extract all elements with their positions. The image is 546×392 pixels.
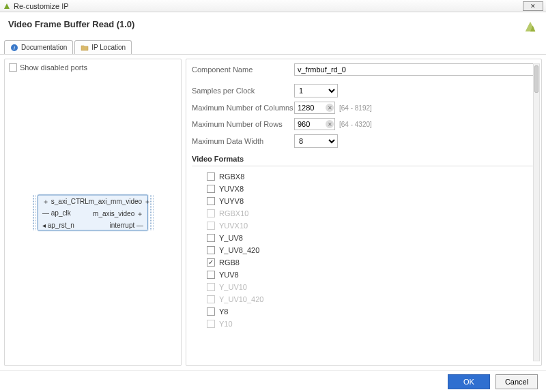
video-format-checkbox[interactable] [207,307,215,316]
video-format-label: RGBX10 [219,209,248,217]
tab-bar: i Documentation IP Location [0,40,546,55]
tab-ip-location-label: IP Location [91,44,126,51]
max-rows-range: [64 - 4320] [339,121,372,128]
content-area: Show disabled ports ＋ s_axi_CTRLm_axi_mm… [0,55,546,370]
video-format-checkbox[interactable] [207,258,215,267]
tab-documentation-label: Documentation [21,44,67,51]
scrollbar[interactable] [533,63,540,361]
video-format-item: Y10 [192,318,530,330]
ip-right-pins [149,194,154,230]
video-format-item: YUVX10 [192,220,530,232]
video-format-item[interactable]: Y_UV8 [192,232,530,244]
ok-button[interactable]: OK [448,374,490,389]
clear-icon[interactable]: ✕ [326,104,334,112]
svg-marker-0 [4,3,10,9]
video-format-checkbox [207,295,215,303]
show-disabled-ports-label: Show disabled ports [20,63,87,72]
ip-block-wrap: ＋ s_axi_CTRLm_axi_mm_video ＋ — ap_clkm_a… [38,194,148,230]
show-disabled-ports-checkbox[interactable] [9,63,17,72]
footer: OK Cancel [0,370,546,392]
max-data-width-label: Maximum Data Width [192,137,294,145]
max-columns-label: Maximum Number of Columns [192,104,294,112]
component-name-input[interactable] [294,63,536,76]
window-title: Re-customize IP [14,2,69,10]
brand-logo-icon [523,19,538,35]
video-format-checkbox[interactable] [207,246,215,254]
max-rows-label: Maximum Number of Rows [192,120,294,128]
cancel-button[interactable]: Cancel [495,374,538,389]
video-format-label: Y10 [219,320,233,328]
samples-per-clock-label: Samples per Clock [192,87,294,95]
header: Video Frame Buffer Read (1.0) [0,12,546,40]
video-format-checkbox [207,222,215,230]
video-formats-title: Video Formats [192,155,536,163]
folder-icon [81,44,89,52]
video-format-label: YUYV8 [219,197,244,205]
divider [192,166,536,166]
max-columns-range: [64 - 8192] [339,104,372,112]
video-format-label: Y_UV10 [219,283,247,291]
max-data-width-select[interactable]: 8 [294,134,338,148]
video-format-label: RGBX8 [219,172,244,181]
video-format-checkbox[interactable] [207,197,215,205]
video-format-label: YUV8 [219,271,239,279]
video-format-item[interactable]: Y8 [192,305,530,318]
video-format-checkbox[interactable] [207,185,215,193]
video-format-label: YUVX8 [219,185,244,193]
tab-documentation[interactable]: i Documentation [4,40,73,54]
tab-ip-location[interactable]: IP Location [74,40,132,54]
clear-icon[interactable]: ✕ [326,120,334,128]
video-formats-list: RGBX8YUVX8YUYV8RGBX10YUVX10Y_UV8Y_UV8_42… [192,170,536,361]
titlebar: Re-customize IP ✕ [0,0,546,12]
video-format-item: Y_UV10_420 [192,293,530,305]
video-format-checkbox[interactable] [207,172,215,181]
video-format-checkbox [207,320,215,328]
video-format-item[interactable]: YUV8 [192,269,530,281]
video-format-label: Y_UV8_420 [219,246,259,254]
config-panel: Component Name Samples per Clock 1 Maxim… [186,59,542,366]
window-close-button[interactable]: ✕ [523,1,543,11]
video-format-item[interactable]: YUVX8 [192,183,530,195]
video-format-label: YUVX10 [219,222,248,230]
info-icon: i [10,44,18,52]
samples-per-clock-select[interactable]: 1 [294,84,338,97]
app-icon [3,2,11,10]
video-format-checkbox [207,209,215,217]
video-format-label: Y_UV8 [219,234,243,242]
video-format-checkbox [207,283,215,291]
page-title: Video Frame Buffer Read (1.0) [8,19,134,29]
scrollbar-thumb[interactable] [534,65,538,93]
video-format-label: RGB8 [219,258,240,267]
svg-text:i: i [14,45,15,51]
video-format-item: RGBX10 [192,207,530,220]
video-format-checkbox[interactable] [207,271,215,279]
video-format-item[interactable]: RGBX8 [192,170,530,183]
ip-block[interactable]: ＋ s_axi_CTRLm_axi_mm_video ＋ — ap_clkm_a… [38,194,148,230]
video-format-item[interactable]: YUYV8 [192,195,530,207]
show-disabled-ports-row[interactable]: Show disabled ports [9,63,177,72]
video-format-item: Y_UV10 [192,281,530,293]
video-format-item[interactable]: RGB8 [192,256,530,269]
video-format-label: Y_UV10_420 [219,295,263,303]
video-format-checkbox[interactable] [207,234,215,242]
ip-left-pins [32,194,36,230]
component-name-label: Component Name [192,65,294,74]
video-format-item[interactable]: Y_UV8_420 [192,244,530,256]
ip-symbol-panel: Show disabled ports ＋ s_axi_CTRLm_axi_mm… [4,59,182,366]
video-format-label: Y8 [219,307,228,316]
